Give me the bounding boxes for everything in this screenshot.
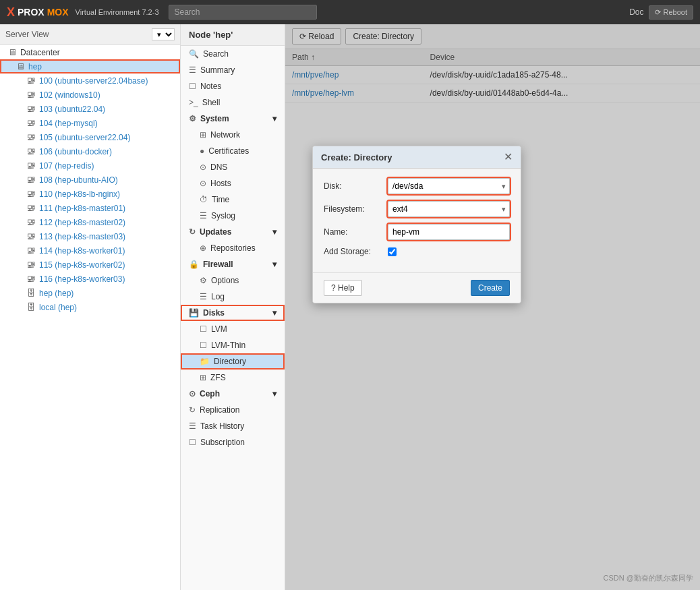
nav-icon-lvm-thin: ☐ [200, 341, 207, 350]
disk-select[interactable]: /dev/sda [388, 178, 510, 194]
tree-vm-102[interactable]: 🖳102 (windows10) [0, 88, 180, 102]
tree-vm-100[interactable]: 🖳100 (ubuntu-server22.04base) [0, 73, 180, 88]
tree-vm-111[interactable]: 🖳111 (hep-k8s-master01) [0, 201, 180, 215]
nav-label-summary: Summary [200, 65, 235, 75]
add-storage-checkbox[interactable] [388, 247, 397, 256]
nav-item-search[interactable]: 🔍Search [181, 46, 285, 62]
vm-icon: 🖳 [27, 118, 36, 128]
filesystem-select[interactable]: ext4 [388, 201, 510, 217]
storage-label: local (hep) [39, 303, 77, 312]
vm-label: 113 (hep-k8s-master03) [39, 232, 125, 241]
dialog-footer: ? Help Create [313, 272, 521, 303]
storage-list: 🗄hep (hep)🗄local (hep) [0, 286, 180, 314]
vm-icon: 🖳 [27, 146, 36, 156]
nav-item-options[interactable]: ⚙Options [181, 272, 285, 289]
nav-item-disks[interactable]: 💾Disks▾ [181, 305, 285, 321]
nav-item-network[interactable]: ⊞Network [181, 127, 285, 143]
vm-label: 106 (ubuntu-docker) [39, 147, 112, 156]
node-hep-icon: 🖥 [16, 61, 25, 71]
doc-label: Doc [629, 7, 643, 17]
help-button[interactable]: ? Help [324, 280, 362, 296]
nav-item-ceph[interactable]: ⊙Ceph▾ [181, 386, 285, 402]
nav-icon-search: 🔍 [189, 49, 199, 59]
dialog-title-bar: Create: Directory ✕ [313, 146, 521, 169]
nav-item-repositories[interactable]: ⊕Repositories [181, 240, 285, 256]
vm-label: 108 (hep-ubuntu-AIO) [39, 175, 118, 185]
tree-node-hep[interactable]: 🖥 hep [0, 59, 180, 73]
nav-item-directory[interactable]: 📁Directory [181, 353, 285, 370]
dialog-close-button[interactable]: ✕ [504, 152, 513, 163]
name-label: Name: [324, 227, 388, 237]
watermark: CSDN @勤奋的凯尔森同学 [604, 573, 693, 583]
add-storage-checkbox-wrap [388, 247, 399, 256]
tree-vm-114[interactable]: 🖳114 (hep-k8s-worker01) [0, 243, 180, 258]
nav-item-shell[interactable]: >_Shell [181, 94, 285, 111]
nav-item-task-history[interactable]: ☰Task History [181, 418, 285, 434]
tree-vm-106[interactable]: 🖳106 (ubuntu-docker) [0, 144, 180, 158]
tree-storage-hep-hep[interactable]: 🗄hep (hep) [0, 286, 180, 300]
nav-item-log[interactable]: ☰Log [181, 289, 285, 305]
nav-label-zfs: ZFS [210, 373, 226, 382]
nav-item-system[interactable]: ⚙System▾ [181, 111, 285, 127]
create-directory-dialog: Create: Directory ✕ Disk: /dev/sda [312, 146, 521, 303]
datacenter-icon: 🖥 [8, 47, 17, 57]
add-storage-row: Add Storage: [324, 247, 510, 256]
nav-item-updates[interactable]: ↻Updates▾ [181, 224, 285, 240]
vm-icon: 🖳 [27, 217, 36, 227]
vm-label: 105 (ubuntu-server22.04) [39, 133, 130, 142]
nav-item-notes[interactable]: ☐Notes [181, 78, 285, 94]
nav-label-directory: Directory [214, 357, 246, 366]
dialog-create-button[interactable]: Create [471, 280, 510, 296]
nav-icon-task-history: ☰ [189, 421, 196, 431]
nav-label-shell: Shell [202, 98, 221, 107]
tree-vm-104[interactable]: 🖳104 (hep-mysql) [0, 116, 180, 130]
mid-panel: Node 'hep' 🔍Search☰Summary☐Notes>_Shell⚙… [181, 24, 285, 590]
nav-item-dns[interactable]: ⊙DNS [181, 159, 285, 175]
mid-panel-title: Node 'hep' [181, 24, 285, 46]
filesystem-label: Filesystem: [324, 204, 388, 214]
nav-icon-disks: 💾 [189, 308, 199, 318]
tree-vm-108[interactable]: 🖳108 (hep-ubuntu-AIO) [0, 173, 180, 187]
server-view-label: Server View [5, 30, 49, 39]
nav-item-lvm[interactable]: ☐LVM [181, 321, 285, 337]
vm-icon: 🖳 [27, 231, 36, 241]
nav-item-certificates[interactable]: ●Certificates [181, 143, 285, 159]
nav-item-replication[interactable]: ↻Replication [181, 402, 285, 418]
nav-icon-replication: ↻ [189, 405, 196, 415]
tree-datacenter[interactable]: 🖥 Datacenter [0, 45, 180, 59]
datacenter-label: Datacenter [20, 48, 60, 57]
nav-item-lvm-thin[interactable]: ☐LVM-Thin [181, 337, 285, 353]
server-view-select[interactable]: ▾ [152, 28, 175, 40]
vm-icon: 🖳 [27, 175, 36, 185]
tree-vm-105[interactable]: 🖳105 (ubuntu-server22.04) [0, 130, 180, 144]
tree-vm-107[interactable]: 🖳107 (hep-redis) [0, 158, 180, 173]
vm-icon: 🖳 [27, 160, 36, 171]
disk-select-wrap: /dev/sda [388, 178, 510, 194]
nav-item-syslog[interactable]: ☰Syslog [181, 208, 285, 224]
nav-label-notes: Notes [200, 82, 221, 91]
main-layout: Server View ▾ 🖥 Datacenter 🖥 hep 🖳100 (u… [0, 24, 700, 590]
nav-item-time[interactable]: ⏱Time [181, 191, 285, 208]
tree-vm-110[interactable]: 🖳110 (hep-k8s-lb-nginx) [0, 187, 180, 201]
nav-item-firewall[interactable]: 🔒Firewall▾ [181, 256, 285, 272]
tree-storage-local-hep[interactable]: 🗄local (hep) [0, 300, 180, 314]
name-row: Name: [324, 224, 510, 240]
nav-item-subscription[interactable]: ☐Subscription [181, 434, 285, 450]
tree-vm-113[interactable]: 🖳113 (hep-k8s-master03) [0, 229, 180, 243]
nav-item-hosts[interactable]: ⊙Hosts [181, 175, 285, 191]
nav-label-certificates: Certificates [208, 146, 249, 156]
nav-item-zfs[interactable]: ⊞ZFS [181, 370, 285, 386]
reboot-button[interactable]: ⟳ Reboot [649, 5, 693, 20]
nav-icon-dns: ⊙ [200, 163, 206, 172]
tree-vm-112[interactable]: 🖳112 (hep-k8s-master02) [0, 215, 180, 229]
name-input[interactable] [388, 224, 510, 240]
tree-vm-116[interactable]: 🖳116 (hep-k8s-worker03) [0, 272, 180, 286]
topbar-search-input[interactable] [169, 5, 317, 20]
topbar: X PROX MOX Virtual Environment 7.2-3 Doc… [0, 0, 700, 24]
disk-row: Disk: /dev/sda [324, 178, 510, 194]
tree-vm-115[interactable]: 🖳115 (hep-k8s-worker02) [0, 258, 180, 272]
nav-item-summary[interactable]: ☰Summary [181, 62, 285, 78]
tree-vm-103[interactable]: 🖳103 (ubuntu22.04) [0, 102, 180, 116]
nav-label-syslog: Syslog [211, 211, 235, 220]
nav-group-arrow-disks: ▾ [272, 308, 276, 318]
